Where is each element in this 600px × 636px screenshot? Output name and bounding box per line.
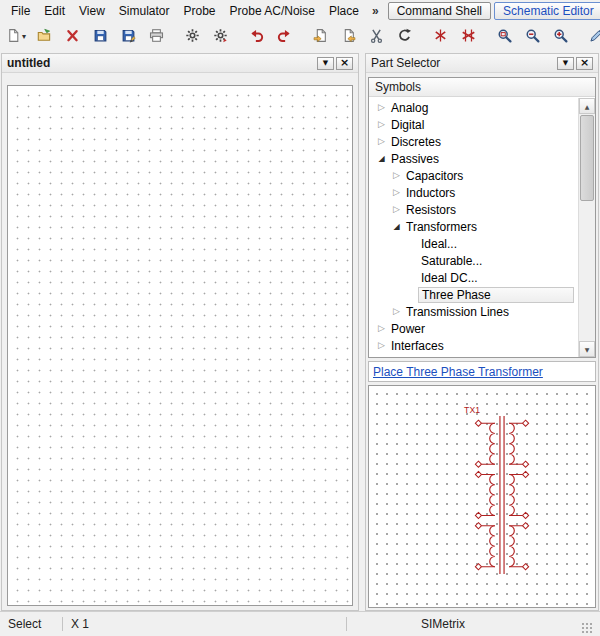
scrollbar-thumb[interactable] (580, 115, 594, 201)
tree-collapsed-arrow-icon[interactable]: ▷ (390, 307, 403, 316)
tree-item-label: Saturable... (418, 253, 485, 269)
save-as-button[interactable] (116, 25, 140, 49)
tree-expanded-arrow-icon[interactable]: ◢ (390, 223, 403, 231)
resize-grip[interactable] (581, 622, 592, 633)
zoom-area-button[interactable] (492, 25, 516, 49)
place-action-row: Place Three Phase Transformer (368, 361, 596, 382)
tree-item-inductors[interactable]: ▷Inductors (369, 184, 575, 201)
transformer-core (500, 416, 504, 574)
tree-item-label: Inductors (403, 185, 458, 201)
draw-wire-button[interactable] (584, 25, 600, 49)
menu-overflow-chevron[interactable]: » (366, 4, 385, 18)
tree-collapsed-arrow-icon[interactable]: ▷ (375, 120, 388, 129)
symbols-tree-panel: Symbols ▷Analog▷Digital▷Discretes◢Passiv… (368, 77, 596, 358)
toggle-junction-button[interactable] (428, 25, 452, 49)
simulator-gear-button[interactable] (208, 25, 232, 49)
tree-item-saturable[interactable]: Saturable... (369, 252, 575, 269)
place-model-button[interactable] (308, 25, 332, 49)
schematic-canvas[interactable] (7, 85, 353, 606)
tree-collapsed-arrow-icon[interactable]: ▷ (375, 137, 388, 146)
zoom-in-button[interactable] (548, 25, 572, 49)
tree-item-digital[interactable]: ▷Digital (369, 116, 575, 133)
primary-windings (490, 423, 495, 566)
tree-scrollbar[interactable]: ▲ ▼ (578, 98, 595, 357)
part-preview-pane: TX1 (368, 385, 596, 608)
tree-item-discretes[interactable]: ▷Discretes (369, 133, 575, 150)
tree-item-ideal[interactable]: Ideal... (369, 235, 575, 252)
tree-collapsed-arrow-icon[interactable]: ▷ (390, 205, 403, 214)
export-model-button[interactable] (336, 25, 360, 49)
redo-icon (277, 28, 292, 46)
schematic-window: untitled ▼ × (1, 53, 359, 611)
undo-icon (249, 28, 264, 46)
draw-wire-icon (589, 28, 600, 46)
schematic-dock-menu-icon[interactable]: ▼ (317, 57, 334, 70)
tree-collapsed-arrow-icon[interactable]: ▷ (390, 188, 403, 197)
scroll-down-icon[interactable]: ▼ (579, 341, 595, 357)
tree-item-analog[interactable]: ▷Analog (369, 99, 575, 116)
tree-item-transmission-lines[interactable]: ▷Transmission Lines (369, 303, 575, 320)
menu-file[interactable]: File (4, 2, 37, 20)
tree-collapsed-arrow-icon[interactable]: ▷ (390, 171, 403, 180)
tree-item-passives[interactable]: ◢Passives (369, 150, 575, 167)
options-gear-button[interactable] (180, 25, 204, 49)
menu-probe-ac-noise[interactable]: Probe AC/Noise (223, 2, 322, 20)
save-button[interactable] (88, 25, 112, 49)
schematic-editor-button[interactable]: Schematic Editor (494, 2, 600, 20)
redo-button[interactable] (272, 25, 296, 49)
tree-item-transformers[interactable]: ◢Transformers (369, 218, 575, 235)
tree-item-interfaces[interactable]: ▷Interfaces (369, 337, 575, 354)
tree-item-resistors[interactable]: ▷Resistors (369, 201, 575, 218)
menu-edit[interactable]: Edit (37, 2, 72, 20)
menu-view[interactable]: View (72, 2, 112, 20)
zoom-out-button[interactable] (520, 25, 544, 49)
menu-probe[interactable]: Probe (177, 2, 223, 20)
tree-collapsed-arrow-icon[interactable]: ▷ (375, 324, 388, 333)
menu-simulator[interactable]: Simulator (112, 2, 177, 20)
save-icon (93, 28, 108, 46)
main-area: untitled ▼ × Part Selector ▼ × Symbols ▷… (0, 52, 600, 611)
undo-button[interactable] (244, 25, 268, 49)
tree-item-ideal-dc[interactable]: Ideal DC... (369, 269, 575, 286)
close-schematic-button[interactable] (60, 25, 84, 49)
place-part-link[interactable]: Place Three Phase Transformer (373, 365, 543, 379)
status-bar: Select X 1 SIMetrix (0, 611, 600, 636)
symbols-tree: ▷Analog▷Digital▷Discretes◢Passives▷Capac… (369, 97, 595, 357)
scroll-up-icon[interactable]: ▲ (579, 98, 595, 114)
toolbar: ▾ » (0, 21, 600, 52)
delete-junction-icon (461, 28, 476, 46)
terminal-diamonds (475, 420, 528, 570)
tree-item-label: Three Phase (418, 287, 574, 303)
tree-expanded-arrow-icon[interactable]: ◢ (375, 155, 388, 163)
schematic-close-icon[interactable]: × (336, 57, 353, 70)
command-shell-button[interactable]: Command Shell (388, 2, 491, 20)
delete-junction-button[interactable] (456, 25, 480, 49)
simulator-gear-icon (213, 28, 228, 46)
options-gear-icon (185, 28, 200, 46)
tree-item-label: Capacitors (403, 168, 466, 184)
print-button[interactable] (144, 25, 168, 49)
tree-item-label: Digital (388, 117, 427, 133)
open-schematic-button[interactable] (32, 25, 56, 49)
rotate-button[interactable] (392, 25, 416, 49)
panel-splitter[interactable] (361, 53, 363, 611)
status-divider (62, 617, 63, 631)
schematic-titlebar: untitled ▼ × (2, 54, 358, 73)
tree-item-three-phase[interactable]: Three Phase (369, 286, 575, 303)
cut-button[interactable] (364, 25, 388, 49)
menu-items: FileEditViewSimulatorProbeProbe AC/Noise… (4, 2, 366, 20)
menu-place[interactable]: Place (322, 2, 366, 20)
new-schematic-button[interactable]: ▾ (4, 25, 28, 49)
scrollbar-track[interactable] (579, 114, 595, 341)
part-selector-dock-menu-icon[interactable]: ▼ (557, 57, 574, 70)
tree-collapsed-arrow-icon[interactable]: ▷ (375, 341, 388, 350)
tree-item-label: Interfaces (388, 338, 447, 354)
tree-item-label: Analog (388, 100, 431, 116)
tree-item-power[interactable]: ▷Power (369, 320, 575, 337)
zoom-in-icon (553, 28, 568, 46)
tree-item-capacitors[interactable]: ▷Capacitors (369, 167, 575, 184)
place-model-icon (313, 28, 328, 46)
new-schematic-dropdown-icon[interactable]: ▾ (22, 32, 26, 41)
part-selector-close-icon[interactable]: × (576, 57, 593, 70)
tree-collapsed-arrow-icon[interactable]: ▷ (375, 103, 388, 112)
